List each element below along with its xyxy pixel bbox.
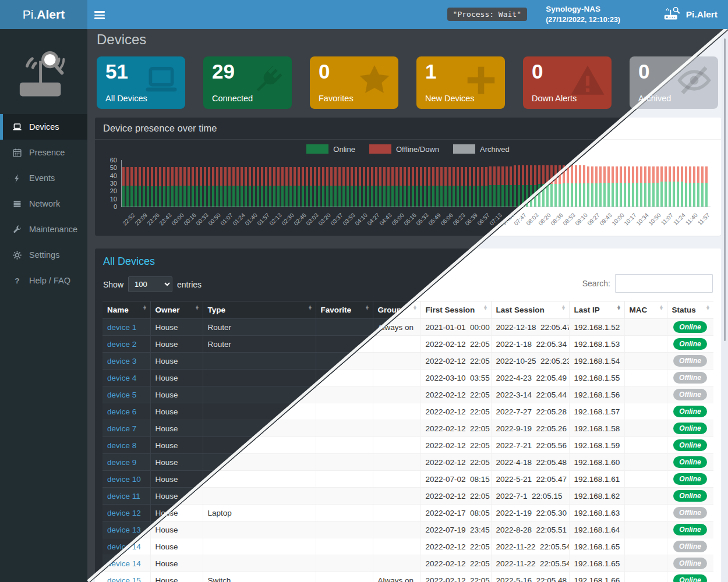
sort-icon[interactable]: ▲▼ [706,306,711,311]
presence-bar [665,166,667,207]
svg-text:?: ? [15,276,19,285]
sort-icon[interactable]: ▲▼ [195,306,200,311]
column-label: Last IP [574,306,600,314]
device-link[interactable]: device 2 [107,340,136,349]
column-header-mac[interactable]: MAC▲▼ [624,301,667,319]
bolt-icon [10,173,23,183]
device-link[interactable]: device 7 [107,424,136,433]
device-link[interactable]: device 5 [107,391,136,399]
column-header-status[interactable]: Status▲▼ [667,301,713,319]
column-header-type[interactable]: Type▲▼ [203,301,316,319]
legend-item-offline-down: Offline/Down [369,144,439,154]
presence-bar [310,167,312,207]
device-link[interactable]: device 10 [107,475,141,484]
summary-box-all-devices[interactable]: 51All Devices [97,56,185,109]
presence-bar [257,167,259,207]
table-cell: 2022-5-16 22:05.48 [491,572,569,582]
sort-icon[interactable]: ▲▼ [561,306,566,311]
entries-label: entries [177,280,202,289]
table-cell [624,420,667,437]
table-cell: House [150,454,203,471]
table-cell [624,538,667,555]
column-header-first-session[interactable]: First Session▲▼ [420,301,491,319]
table-row: device 14House2022-02-12 22:052022-11-22… [103,555,713,572]
table-cell: 192.168.1.52 [569,319,624,336]
device-link[interactable]: device 8 [107,441,136,450]
column-header-last-session[interactable]: Last Session▲▼ [491,301,569,319]
table-cell: 192.168.1.61 [569,471,624,488]
sidebar-item-network[interactable]: Network [0,191,87,217]
presence-bar [175,167,178,207]
gear-icon [10,250,23,260]
sort-icon[interactable]: ▲▼ [413,306,418,311]
table-cell: 2022-9-19 22:05.26 [491,420,569,437]
sidebar-item-maintenance[interactable]: Maintenance [0,217,87,242]
device-link[interactable]: device 11 [107,492,140,501]
presence-bar [571,165,573,207]
presence-bar [697,166,699,207]
sidebar-item-devices[interactable]: Devices [0,114,87,140]
search-input[interactable] [615,274,713,293]
sort-icon[interactable]: ▲▼ [143,306,147,311]
summary-box-down-alerts[interactable]: 0Down Alerts [523,56,612,109]
table-cell: 192.168.1.65 [569,555,624,572]
sidebar-item-settings[interactable]: Settings [0,242,87,268]
table-cell: 2022-02-12 22:05 [420,353,491,370]
presence-bar [391,167,394,207]
summary-box-connected[interactable]: 29Connected [203,56,292,109]
presence-bar [567,165,569,207]
presence-bar [322,167,324,207]
legend-item-online: Online [306,144,355,154]
presence-bar [212,167,214,207]
presence-bar [314,167,316,207]
presence-bar [387,167,390,207]
summary-box-value: 0 [319,60,330,83]
presence-bar [693,166,695,207]
app-logo[interactable]: Pi.Alert [0,0,87,29]
device-link[interactable]: device 4 [107,374,136,382]
table-cell [624,505,667,521]
device-link[interactable]: device 15 [107,576,141,582]
column-header-owner[interactable]: Owner▲▼ [150,301,203,319]
status-badge: Online [673,406,706,417]
summary-box-label: Connected [212,94,253,103]
summary-box-new-devices[interactable]: 1New Devices [416,56,505,109]
device-link[interactable]: device 6 [107,407,136,416]
scrollbar-track[interactable] [722,29,728,582]
presence-bar [673,166,675,207]
table-cell: 2022-03-10 03:55 [420,370,491,386]
device-link[interactable]: device 9 [107,458,136,467]
summary-box-favorites[interactable]: 0Favorites [310,56,398,109]
table-cell: 2022-02-17 08:05 [420,505,491,521]
summary-box-label: Favorites [319,94,354,103]
table-cell [316,437,373,454]
device-link[interactable]: device 12 [107,509,141,517]
sidebar-item-help-faq[interactable]: ?Help / FAQ [0,268,87,293]
presence-bar [395,167,398,207]
scrollbar-thumb[interactable] [724,38,726,341]
sort-icon[interactable]: ▲▼ [659,306,664,311]
header-brand: Pi.Alert [663,5,718,24]
table-cell [373,538,420,555]
table-cell: 2022-5-21 22:05.47 [491,471,569,488]
sort-icon[interactable]: ▲▼ [308,306,313,311]
presence-bar [624,166,626,207]
sidebar-item-events[interactable]: Events [0,165,87,191]
hamburger-menu-icon[interactable] [94,9,107,20]
column-header-favorite[interactable]: Favorite▲▼ [316,301,373,319]
device-link[interactable]: device 1 [107,323,136,332]
sidebar-item-presence[interactable]: Presence [0,140,87,165]
sort-icon[interactable]: ▲▼ [365,306,370,311]
page-length-select[interactable]: 100 [128,276,172,292]
column-header-name[interactable]: Name▲▼ [103,301,150,319]
column-header-last-ip[interactable]: Last IP▲▼ [569,301,624,319]
presence-bar [163,167,165,207]
device-link[interactable]: device 3 [107,357,136,365]
table-cell [316,420,373,437]
presence-bar [448,167,451,207]
sort-icon[interactable]: ▲▼ [617,306,621,311]
table-cell: 2022-12-18 22:05.47 [491,319,569,336]
sort-icon[interactable]: ▲▼ [483,306,488,311]
device-link[interactable]: device 13 [107,526,141,534]
presence-bar [183,167,186,207]
